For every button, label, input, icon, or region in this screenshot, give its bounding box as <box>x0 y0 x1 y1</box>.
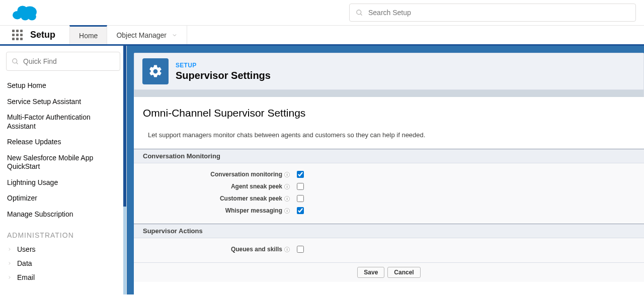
checkbox-queues-and-skills[interactable] <box>297 246 304 253</box>
main-content: SETUP Supervisor Settings Omni-Channel S… <box>127 46 644 294</box>
sidebar-item-label: Data <box>17 259 32 267</box>
sidebar-item-manage-subscription[interactable]: Manage Subscription <box>0 207 126 223</box>
app-launcher-icon[interactable] <box>10 26 24 44</box>
sidebar-item-lightning-usage[interactable]: Lightning Usage <box>0 175 126 191</box>
svg-line-6 <box>360 14 362 15</box>
checkbox-customer-sneak-peek[interactable] <box>297 195 304 202</box>
sidebar-item-release-updates[interactable]: Release Updates <box>0 134 126 150</box>
chevron-right-icon <box>7 247 12 252</box>
sidebar-item-label: Email <box>17 273 35 281</box>
sidebar-item-email[interactable]: Email <box>0 270 126 284</box>
quick-find[interactable] <box>6 52 120 71</box>
checkbox-conversation-monitoring[interactable] <box>297 171 304 178</box>
quick-find-input[interactable] <box>23 57 115 65</box>
group-header-supervisor-actions: Supervisor Actions <box>134 224 644 238</box>
svg-point-4 <box>28 13 36 21</box>
help-icon[interactable]: i <box>284 196 290 202</box>
tab-object-manager-label: Object Manager <box>116 31 167 39</box>
sidebar-item-optimizer[interactable]: Optimizer <box>0 190 126 207</box>
app-title: Setup <box>30 26 55 44</box>
checkbox-agent-sneak-peek[interactable] <box>297 183 304 190</box>
setup-sidebar: Setup Home Service Setup Assistant Multi… <box>0 46 127 294</box>
sidebar-category-administration: ADMINISTRATION <box>0 222 126 242</box>
help-icon[interactable]: i <box>284 172 290 177</box>
save-button[interactable]: Save <box>357 267 384 278</box>
field-queues-and-skills: Queues and skills i <box>134 243 644 255</box>
app-nav-bar: Setup Home Object Manager <box>0 26 644 46</box>
svg-point-7 <box>13 58 17 63</box>
help-icon[interactable]: i <box>284 184 290 189</box>
field-label: Conversation monitoring i <box>134 171 290 178</box>
sidebar-item-mobile-quickstart[interactable]: New Salesforce Mobile App QuickStart <box>0 150 126 175</box>
section-description: Let support managers monitor chats betwe… <box>134 126 644 149</box>
page-title: Supervisor Settings <box>176 70 271 81</box>
chevron-right-icon <box>7 261 12 266</box>
tab-home-label: Home <box>79 32 98 40</box>
field-label: Customer sneak peek i <box>134 195 290 202</box>
sidebar-item-mfa-assistant[interactable]: Multi-Factor Authentication Assistant <box>0 110 126 134</box>
page-eyebrow: SETUP <box>176 62 271 69</box>
field-label: Queues and skills i <box>134 246 290 253</box>
search-input[interactable] <box>368 9 629 17</box>
sidebar-item-users[interactable]: Users <box>0 242 126 256</box>
field-agent-sneak-peek: Agent sneak peek i <box>134 180 644 192</box>
button-row: Save Cancel <box>134 262 644 282</box>
group-body-conversation-monitoring: Conversation monitoring i Agent sneak pe… <box>134 163 644 224</box>
group-body-supervisor-actions: Queues and skills i <box>134 238 644 262</box>
salesforce-logo <box>12 4 38 22</box>
search-icon <box>356 9 363 17</box>
sidebar-item-label: Users <box>17 245 36 253</box>
global-header <box>0 0 644 26</box>
sidebar-scrollbar[interactable] <box>123 46 126 207</box>
gear-icon <box>142 58 169 84</box>
svg-point-5 <box>357 10 361 14</box>
chevron-right-icon <box>7 275 12 280</box>
help-icon[interactable]: i <box>284 208 290 214</box>
field-customer-sneak-peek: Customer sneak peek i <box>134 192 644 205</box>
checkbox-whisper-messaging[interactable] <box>297 207 304 214</box>
tab-home[interactable]: Home <box>69 25 107 44</box>
section-title: Omni-Channel Supervisor Settings <box>134 105 644 126</box>
page-header: SETUP Supervisor Settings <box>134 53 644 90</box>
field-label: Whisper messaging i <box>134 207 290 214</box>
chevron-down-icon <box>172 32 178 38</box>
svg-line-8 <box>16 62 18 64</box>
sidebar-item-setup-home[interactable]: Setup Home <box>0 78 126 94</box>
field-conversation-monitoring: Conversation monitoring i <box>134 168 644 180</box>
field-whisper-messaging: Whisper messaging i <box>134 205 644 217</box>
field-label: Agent sneak peek i <box>134 183 290 190</box>
content-card: Omni-Channel Supervisor Settings Let sup… <box>134 97 644 294</box>
sidebar-item-service-setup-assistant[interactable]: Service Setup Assistant <box>0 94 126 110</box>
global-search[interactable] <box>349 4 636 22</box>
group-header-conversation-monitoring: Conversation Monitoring <box>134 149 644 163</box>
cancel-button[interactable]: Cancel <box>387 267 420 278</box>
help-icon[interactable]: i <box>284 247 290 252</box>
tab-object-manager[interactable]: Object Manager <box>107 26 187 44</box>
sidebar-item-data[interactable]: Data <box>0 256 126 270</box>
search-icon <box>12 58 19 65</box>
